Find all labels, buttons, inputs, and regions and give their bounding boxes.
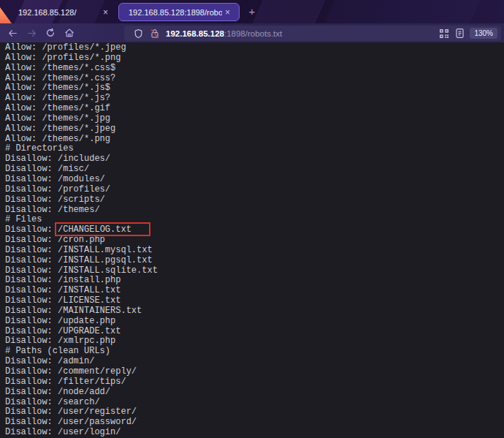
robots-line: Allow: /themes/*.css? xyxy=(5,74,504,84)
reload-icon xyxy=(45,28,56,38)
robots-line: Disallow: /xmlrpc.php xyxy=(5,336,504,347)
tracking-protection-shield-icon[interactable] xyxy=(130,29,147,39)
reload-button[interactable] xyxy=(41,25,60,41)
robots-line: Allow: /themes/*.css$ xyxy=(5,64,504,74)
close-icon[interactable]: × xyxy=(222,7,233,18)
zoom-level-button[interactable]: 130% xyxy=(470,28,497,39)
theme-orange-accent xyxy=(0,7,12,23)
forward-button[interactable] xyxy=(22,25,41,41)
arrow-right-icon xyxy=(26,29,37,38)
back-button[interactable] xyxy=(3,25,22,41)
reader-view-icon[interactable] xyxy=(452,29,467,38)
robots-line: Disallow: /INSTALL.sqlite.txt xyxy=(5,266,504,276)
robots-line: Disallow: /update.php xyxy=(5,317,504,327)
url-text[interactable]: 192.168.85.128:1898/robots.txt xyxy=(166,29,282,38)
robots-line: Disallow: /UPGRADE.txt xyxy=(5,327,504,337)
arrow-left-icon xyxy=(7,29,18,38)
robots-line: Disallow: /search/ xyxy=(5,398,504,408)
qr-code-icon[interactable] xyxy=(436,29,452,38)
robots-line: Allow: /themes/*.js? xyxy=(5,94,504,104)
robots-line: Disallow: /INSTALL.pgsql.txt xyxy=(5,256,504,266)
robots-line: Disallow: /user/register/ xyxy=(5,407,504,418)
page-content: Allow: /profiles/*.jpeg Allow: /profiles… xyxy=(0,42,504,438)
robots-line: Disallow: /user/password/ xyxy=(5,418,504,428)
insecure-lock-icon[interactable] xyxy=(147,29,163,39)
robots-line: # Paths (clean URLs) xyxy=(5,347,504,357)
robots-line: Allow: /profiles/*.png xyxy=(5,53,504,64)
highlighted-path: /CHANGELOG.txt xyxy=(58,224,131,235)
robots-line: Disallow: /filter/tips/ xyxy=(5,377,504,388)
robots-line: Allow: /profiles/*.jpeg xyxy=(5,43,504,53)
robots-line: Disallow: /install.php xyxy=(5,276,504,286)
home-button[interactable] xyxy=(60,25,79,41)
browser-window: 192.168.85.128/ × 192.168.85.128:1898/ro… xyxy=(0,0,504,438)
new-tab-button[interactable]: + xyxy=(245,5,259,18)
robots-line: Allow: /themes/*.jpeg xyxy=(5,124,504,135)
robots-line: Disallow: /cron.php xyxy=(5,235,504,246)
url-host: 192.168.85.128 xyxy=(166,29,224,38)
tab-bar: 192.168.85.128/ × 192.168.85.128:1898/ro… xyxy=(0,0,504,23)
robots-line: Disallow: /misc/ xyxy=(5,165,504,175)
robots-line: Disallow: /INSTALL.mysql.txt xyxy=(5,246,504,256)
robots-line: Allow: /themes/*.js$ xyxy=(5,83,504,94)
tab-homepage[interactable]: 192.168.85.128/ × xyxy=(12,3,115,21)
robots-line: Disallow: /MAINTAINERS.txt xyxy=(5,306,504,317)
robots-line: # Directories xyxy=(5,144,504,154)
robots-line: Disallow: /CHANGELOG.txt xyxy=(5,225,504,235)
robots-line: Disallow: /scripts/ xyxy=(5,195,504,205)
robots-line: Disallow: /node/add/ xyxy=(5,388,504,398)
tab-title: 192.168.85.128:1898/robots.txt xyxy=(129,8,222,17)
robots-line: Disallow: /INSTALL.txt xyxy=(5,286,504,296)
robots-line: Disallow: /modules/ xyxy=(5,175,504,185)
robots-line: Allow: /themes/*.gif xyxy=(5,104,504,114)
robots-line: Disallow: /themes/ xyxy=(5,205,504,216)
robots-lines: Allow: /profiles/*.jpeg Allow: /profiles… xyxy=(0,42,504,438)
url-bar[interactable]: 192.168.85.128:1898/robots.txt 130% xyxy=(124,26,501,41)
robots-line: Allow: /themes/*.png xyxy=(5,135,504,145)
robots-line: Disallow: /comment/reply/ xyxy=(5,367,504,377)
robots-line: Disallow: /admin/ xyxy=(5,357,504,367)
theme-stripe xyxy=(250,0,327,23)
robots-line: Disallow: /user/login/ xyxy=(5,428,504,438)
tab-title: 192.168.85.128/ xyxy=(18,8,77,17)
robots-line: Disallow: /includes/ xyxy=(5,154,504,165)
navigation-toolbar: 192.168.85.128:1898/robots.txt 130% xyxy=(0,23,504,42)
robots-line: Allow: /themes/*.jpg xyxy=(5,114,504,124)
url-path: :1898/robots.txt xyxy=(224,29,282,38)
theme-stripe xyxy=(321,0,482,23)
robots-line: Disallow: /LICENSE.txt xyxy=(5,296,504,306)
tab-robots-txt[interactable]: 192.168.85.128:1898/robots.txt × xyxy=(118,3,240,21)
close-icon[interactable]: × xyxy=(100,7,111,18)
robots-line: Disallow: /profiles/ xyxy=(5,185,504,195)
home-icon xyxy=(64,28,75,38)
